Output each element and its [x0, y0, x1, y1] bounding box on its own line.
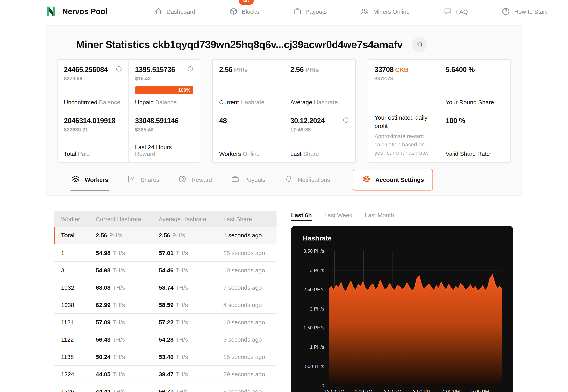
worker-cell: 1226 [54, 383, 89, 392]
workers-table-body: Total2.56PH/s2.56PH/s1 seconds ago154.98… [54, 227, 277, 392]
y-axis-label: 3.50 PH/s [291, 248, 324, 254]
last-share-date: 30.12.2024 [290, 117, 325, 125]
table-row: 112157.89TH/s57.22TH/s10 seconds ago [54, 313, 277, 331]
worker-cell: 1032 [54, 279, 89, 296]
briefcase-icon [231, 175, 239, 185]
table-row: 354.98TH/s54.46TH/s10 seconds ago [54, 261, 277, 279]
last-24h-reward-usd: $365.48 [135, 127, 193, 133]
valid-share-rate-label: Valid Share Rate [446, 150, 504, 157]
table-row: 113850.24TH/s53.46TH/s15 seconds ago [54, 348, 277, 365]
nav-item-miners-online[interactable]: Miners Online [361, 7, 410, 16]
tab-workers[interactable]: Workers [71, 169, 109, 191]
last-24h-reward-label: Last 24 Hours Reward [135, 144, 193, 157]
info-icon[interactable] [342, 117, 349, 125]
last-24h-reward-card: 33048.591146 $365.48 Last 24 Hours Rewar… [129, 111, 200, 162]
info-icon[interactable] [116, 66, 122, 74]
hashrate-cards: 2.56PH/s Current Hashrate 2.56PH/s Avera… [213, 59, 356, 163]
chart-title: Hashrate [303, 235, 332, 242]
worker-cell: 1122 [54, 331, 89, 348]
last-share-cell: 15 seconds ago [216, 348, 277, 365]
table-row: 103268.08TH/s58.74TH/s7 seconds ago [54, 279, 277, 296]
last-share-cell: 10 seconds ago [216, 261, 277, 279]
account-settings-label: Account Settings [375, 176, 424, 183]
last-share-time: 17:46:36 [290, 127, 349, 133]
hashrate-cell: 58.74TH/s [152, 279, 216, 296]
hashrate-cell: 44.05TH/s [89, 365, 152, 383]
share-profit-cards: 5.6400 % Your Round Share 33708CKB $372.… [368, 59, 511, 163]
nav-item-blocks[interactable]: 647 Blocks [229, 7, 259, 16]
scatter-icon [127, 175, 136, 185]
range-tab-last-month[interactable]: Last Month [365, 212, 394, 221]
hashrate-cell: 54.98TH/s [89, 244, 152, 261]
nav-label: Miners Online [373, 8, 410, 15]
unpaid-balance-usd: $15.43 [135, 76, 193, 82]
coin-icon [178, 175, 187, 185]
chart-range-tabs: Last 6h Last Week Last Month [291, 212, 513, 221]
last-share-cell: 7 seconds ago [216, 279, 277, 296]
account-tabs: Workers Shares Reward [57, 169, 511, 191]
hashrate-cell: 2.56PH/s [89, 227, 152, 244]
hashrate-cell: 56.43TH/s [89, 331, 152, 348]
copy-address-button[interactable] [412, 37, 427, 52]
tab-reward[interactable]: Reward [177, 169, 213, 191]
tab-payouts[interactable]: Payouts [230, 169, 266, 191]
y-axis-label: 0 [291, 383, 324, 389]
miners-icon [361, 7, 369, 16]
range-tab-last-week[interactable]: Last Week [324, 212, 352, 221]
tab-shares[interactable]: Shares [126, 169, 160, 191]
copy-icon [416, 41, 423, 48]
hashrate-cell: 50.24TH/s [89, 348, 152, 365]
bell-icon [284, 175, 293, 185]
workers-table-header-row: Worker Current Hashrate Average Hashrate… [54, 211, 277, 227]
nav-item-faq[interactable]: FAQ [443, 7, 468, 16]
total-paid-value: 2046314.019918 [64, 117, 116, 125]
info-icon[interactable] [187, 66, 194, 74]
nav-item-how-to-start[interactable]: How to Start [502, 7, 547, 16]
total-paid-card: 2046314.019918 $22630.21 Total Paid [58, 111, 129, 162]
hashrate-cell: 54.28TH/s [152, 331, 216, 348]
col-header-current-hashrate: Current Hashrate [89, 211, 152, 227]
x-axis-label: 5:00 PM [466, 389, 494, 392]
hashrate-cell: 62.99TH/s [89, 296, 152, 313]
hashrate-cell: 54.98TH/s [89, 261, 152, 279]
last-share-cell: 10 seconds ago [216, 313, 277, 331]
worker-cell: 3 [54, 261, 89, 279]
nav-items: Dashboard 647 Blocks Payouts [154, 7, 547, 16]
nav-label: Payouts [306, 8, 327, 15]
page-title: Miner Statistics ckb1qyqd739wn25hq8q6v..… [76, 38, 403, 51]
tab-notifications[interactable]: Notifications [284, 169, 331, 191]
col-header-average-hashrate: Average Hashrate [152, 211, 216, 227]
range-tab-last-6h[interactable]: Last 6h [291, 212, 312, 221]
hashrate-cell: 68.08TH/s [89, 279, 152, 296]
hashrate-cell: 57.01TH/s [152, 244, 216, 261]
nav-item-dashboard[interactable]: Dashboard [154, 7, 195, 16]
unconfirmed-balance-label: Unconfirmed Balance [64, 99, 122, 105]
layers-icon [71, 175, 80, 185]
total-paid-usd: $22630.21 [64, 127, 122, 133]
table-row: 122644.42TH/s56.71TH/s5 seconds ago [54, 383, 277, 392]
nav-label: Blocks [242, 8, 259, 15]
table-row: 103862.99TH/s58.59TH/s4 seconds ago [54, 296, 277, 313]
unpaid-balance-value: 1395.515736 [135, 66, 175, 74]
nav-item-payouts[interactable]: Payouts [293, 7, 327, 16]
cube-icon [229, 7, 238, 16]
round-share-card: 5.6400 % Your Round Share [439, 60, 510, 111]
last-share-cell: 3 seconds ago [216, 331, 277, 348]
unconfirmed-balance-card: 24465.256084 $270.56 Unconfirmed Balance [58, 60, 129, 111]
table-row: 154.98TH/s57.01TH/s25 seconds ago [54, 244, 277, 261]
account-settings-button[interactable]: Account Settings [353, 169, 433, 191]
hashrate-cell: 57.89TH/s [89, 313, 152, 331]
hashrate-cell: 57.22TH/s [152, 313, 216, 331]
balance-cards: 24465.256084 $270.56 Unconfirmed Balance… [57, 59, 200, 163]
hashrate-chart-plot[interactable] [329, 251, 502, 386]
brand[interactable]: Nervos Pool [44, 4, 107, 19]
y-axis-label: 1.50 PH/s [291, 325, 324, 331]
unpaid-balance-label: Unpaid Balance [135, 99, 193, 105]
tab-label: Workers [85, 176, 108, 183]
worker-cell: 1224 [54, 365, 89, 383]
table-row: 112256.43TH/s54.28TH/s3 seconds ago [54, 331, 277, 348]
tab-label: Payouts [244, 176, 265, 183]
last-share-cell: 4 seconds ago [216, 296, 277, 313]
unconfirmed-balance-usd: $270.56 [64, 76, 122, 82]
workers-online-label: Workers Online [219, 150, 277, 157]
